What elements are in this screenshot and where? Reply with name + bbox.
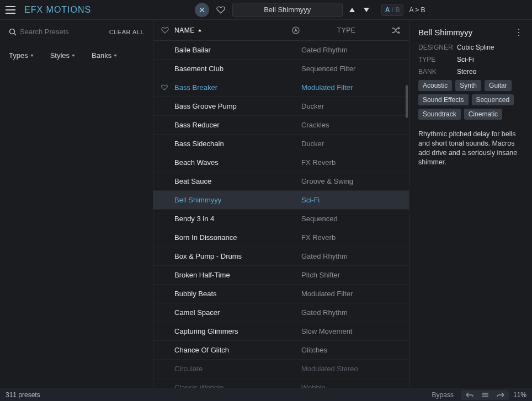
preset-row[interactable]: Camel SpacerGated Rhythm (153, 303, 409, 322)
preset-row[interactable]: Beach WavesFX Reverb (153, 153, 409, 172)
row-type: Wobble (301, 383, 401, 388)
column-name[interactable]: NAME (174, 26, 285, 34)
detail-title: Bell Shimmyyy (418, 28, 472, 37)
tag[interactable]: Sound Effects (418, 94, 469, 105)
meta-designer-value: Cubic Spline (457, 44, 494, 51)
row-type: Pitch Shifter (301, 271, 401, 279)
tag[interactable]: Cinematic (464, 109, 502, 120)
preset-row[interactable]: Classic WobbleWobble (153, 378, 409, 388)
column-featured[interactable] (290, 26, 301, 34)
row-type: Sci-Fi (301, 196, 401, 204)
row-type: Glitches (301, 346, 401, 354)
row-type: Sequenced (301, 215, 401, 223)
undo-button[interactable] (462, 391, 477, 399)
row-type: FX Reverb (301, 233, 401, 242)
column-favorite[interactable] (161, 27, 169, 34)
favorite-button[interactable] (214, 3, 228, 17)
row-name: Bubbly Beats (174, 290, 296, 298)
meta-designer-label: DESIGNER (418, 44, 457, 51)
preset-row[interactable]: Bass SidechainDucker (153, 135, 409, 153)
tag[interactable]: Soundtrack (418, 109, 461, 120)
meta-type-value: Sci-Fi (457, 56, 474, 63)
sidebar: CLEAR ALL Types Styles Banks (0, 20, 153, 388)
svg-line-1 (14, 33, 17, 35)
preset-row[interactable]: Born In DissonanceFX Reverb (153, 228, 409, 247)
row-type: Gated Rhythm (301, 252, 401, 260)
preset-row[interactable]: Beat SauceGroove & Swing (153, 172, 409, 191)
row-type: Modulated Stereo (301, 365, 401, 373)
shuffle-button[interactable] (391, 26, 401, 34)
detail-panel: Bell Shimmyyy ⋮ DESIGNER Cubic Spline TY… (409, 20, 532, 388)
cpu-meter: 11% (513, 391, 526, 399)
scrollbar[interactable] (406, 85, 408, 162)
preset-count: 311 presets (6, 391, 40, 399)
preset-row[interactable]: Bendy 3 in 4Sequenced (153, 210, 409, 228)
row-name: Capturing Glimmers (174, 327, 296, 335)
row-type: Ducker (301, 140, 401, 148)
tag-list: AcousticSynthGuitarSound EffectsSequence… (418, 80, 523, 120)
row-type: Ducker (301, 102, 401, 110)
ab-toggle[interactable]: A / B (381, 4, 404, 16)
tag[interactable]: Sequenced (472, 94, 514, 105)
tag[interactable]: Synth (455, 80, 481, 91)
next-preset-button[interactable] (361, 3, 371, 17)
close-browser-button[interactable] (195, 3, 209, 17)
search-icon (9, 28, 17, 36)
preset-row[interactable]: Bubbly BeatsModulated Filter (153, 285, 409, 303)
preset-row[interactable]: Basement ClubSequenced Filter (153, 60, 409, 78)
preset-row[interactable]: Bass Groove PumpDucker (153, 97, 409, 116)
preset-row[interactable]: Chance Of GlitchGlitches (153, 341, 409, 360)
row-favorite-icon[interactable] (161, 84, 169, 90)
row-name: Broken Half-Time (174, 271, 296, 279)
row-type: FX Reverb (301, 158, 401, 167)
preset-row[interactable]: Baile BailarGated Rhythm (153, 41, 409, 60)
preset-row[interactable]: CirculateModulated Stereo (153, 360, 409, 378)
row-name: Chance Of Glitch (174, 346, 296, 354)
meta-bank-label: BANK (418, 68, 457, 76)
preset-row[interactable]: Broken Half-TimePitch Shifter (153, 266, 409, 285)
sort-asc-icon (198, 29, 201, 31)
row-type: Sequenced Filter (301, 65, 401, 73)
tag[interactable]: Acoustic (418, 80, 452, 91)
row-name: Bendy 3 in 4 (174, 215, 296, 223)
redo-button[interactable] (493, 391, 508, 399)
filter-types[interactable]: Types (9, 51, 34, 60)
row-name: Camel Spacer (174, 308, 296, 317)
row-name: Circulate (174, 365, 296, 373)
preset-row[interactable]: Bass ReducerCrackles (153, 116, 409, 135)
search-input[interactable] (20, 28, 97, 36)
menu-icon[interactable] (6, 6, 15, 14)
detail-menu-button[interactable]: ⋮ (514, 28, 523, 37)
preset-row[interactable]: Box & Pump - DrumsGated Rhythm (153, 247, 409, 266)
filter-styles[interactable]: Styles (50, 51, 75, 60)
preset-row[interactable]: Bell ShimmyyySci-Fi (153, 191, 409, 210)
clear-all-button[interactable]: CLEAR ALL (109, 29, 144, 35)
meta-type-label: TYPE (418, 56, 457, 63)
row-type: Gated Rhythm (301, 308, 401, 317)
row-type: Slow Movement (301, 327, 401, 335)
prev-preset-button[interactable] (347, 3, 357, 17)
row-name: Bass Groove Pump (174, 102, 296, 110)
svg-point-0 (10, 29, 15, 34)
row-type: Crackles (301, 121, 401, 129)
preset-name-field[interactable]: Bell Shimmyyy (232, 3, 343, 17)
preset-list: NAME TYPE Baile BailarGated RhythmBaseme… (153, 20, 409, 388)
preset-row[interactable]: Capturing GlimmersSlow Movement (153, 322, 409, 341)
ab-copy-button[interactable]: A > B (407, 4, 427, 15)
tag[interactable]: Guitar (485, 80, 512, 91)
ab-slot-a[interactable]: A (385, 6, 390, 14)
row-name: Box & Pump - Drums (174, 252, 296, 260)
preset-row[interactable]: Bass BreakerModulated Filter (153, 78, 409, 97)
row-name: Beach Waves (174, 158, 296, 167)
description: Rhythmic pitched delay for bells and sho… (418, 130, 523, 167)
history-button[interactable] (478, 391, 492, 399)
meta-bank-value: Stereo (457, 68, 476, 76)
column-type[interactable]: TYPE (307, 26, 386, 34)
bypass-button[interactable]: Bypass (429, 391, 457, 399)
row-name: Baile Bailar (174, 46, 296, 54)
row-name: Bell Shimmyyy (174, 196, 296, 204)
row-name: Basement Club (174, 65, 296, 73)
row-name: Born In Dissonance (174, 233, 296, 242)
ab-slot-b[interactable]: B (395, 6, 400, 14)
filter-banks[interactable]: Banks (92, 51, 117, 60)
